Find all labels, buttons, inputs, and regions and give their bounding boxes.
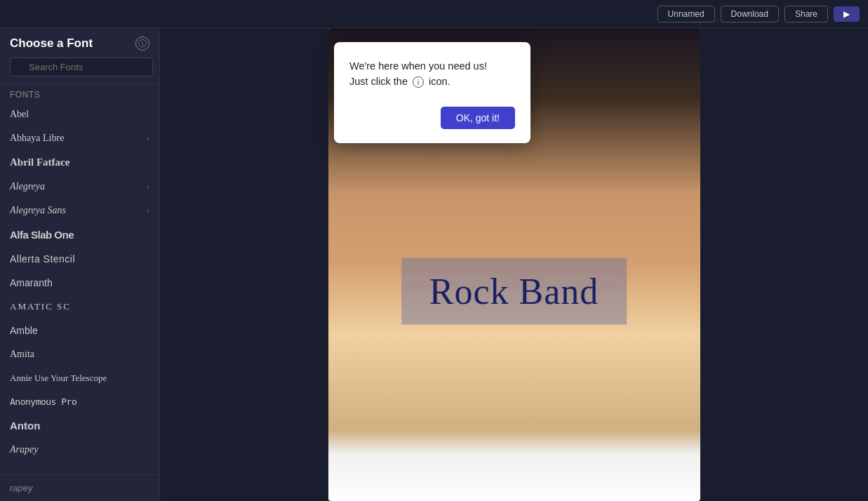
font-name-label: Amita xyxy=(10,349,34,360)
font-name-label: Anton xyxy=(10,420,40,432)
search-wrapper: 🔍 xyxy=(10,58,153,76)
font-name-label: Arapey xyxy=(10,444,38,455)
font-name-label: Annie Use Your Telescope xyxy=(10,373,107,384)
search-input[interactable] xyxy=(10,58,153,76)
share-button[interactable]: Share xyxy=(784,6,828,22)
font-name-label: Alfa Slab One xyxy=(10,229,74,241)
font-name-label: Abhaya Libre xyxy=(10,133,64,144)
tooltip-popover: We're here when you need us! Just click … xyxy=(334,42,530,143)
font-list-item[interactable]: Anonymous Pro xyxy=(0,390,159,413)
tooltip-ok-button[interactable]: OK, got it! xyxy=(441,107,515,129)
primary-action-button[interactable]: ▶ xyxy=(834,6,860,22)
text-overlay[interactable]: Rock Band xyxy=(401,258,627,325)
font-list-item[interactable]: Alfa Slab One xyxy=(0,222,159,247)
bottom-hint-text: rapey xyxy=(10,483,33,493)
main-layout: Choose a Font ⓘ 🔍 ☆ + Fonts AbelAbhaya L… xyxy=(0,28,868,501)
font-name-label: Allerta Stencil xyxy=(10,253,75,265)
font-name-label: Amble xyxy=(10,325,38,336)
font-name-label: Anonymous Pro xyxy=(10,396,76,407)
chevron-icon: › xyxy=(147,206,149,215)
font-name-label: Amaranth xyxy=(10,277,53,288)
font-list-item[interactable]: Anton xyxy=(0,413,159,438)
content-area: Rock Band We're here when you need us! J… xyxy=(160,28,868,501)
fonts-section-label: Fonts xyxy=(0,84,159,102)
font-name-label: Alegreya Sans xyxy=(10,205,66,216)
font-name-label: Abel xyxy=(10,109,29,120)
font-list: AbelAbhaya Libre›Abril FatfaceAlegreya›A… xyxy=(0,102,159,501)
font-list-item[interactable]: Abel xyxy=(0,102,159,126)
font-list-item[interactable]: Abril Fatface xyxy=(0,150,159,175)
download-button[interactable]: Download xyxy=(721,6,779,22)
font-list-item[interactable]: Arapey xyxy=(0,438,159,462)
top-bar: Unnamed Download Share ▶ xyxy=(0,0,868,28)
bottom-hint-bar: rapey xyxy=(0,474,160,501)
chevron-icon: › xyxy=(147,134,149,142)
font-list-item[interactable]: Amaranth xyxy=(0,271,159,295)
chevron-icon: › xyxy=(147,182,149,191)
font-list-item[interactable]: Alegreya Sans› xyxy=(0,199,159,222)
font-name-label: Amatic SC xyxy=(10,301,71,312)
font-name-label: Abril Fatface xyxy=(10,156,69,168)
tooltip-line1: We're here when you need us! xyxy=(349,60,487,72)
tooltip-info-icon: i xyxy=(413,76,424,88)
font-list-item[interactable]: Abhaya Libre› xyxy=(0,126,159,150)
font-list-item[interactable]: Alegreya› xyxy=(0,175,159,199)
search-row: 🔍 ☆ + xyxy=(10,58,149,76)
tooltip-line2: Just click the xyxy=(349,76,408,87)
font-list-item[interactable]: Allerta Stencil xyxy=(0,247,159,271)
font-list-item[interactable]: Amble xyxy=(0,319,159,342)
canvas-text: Rock Band xyxy=(429,272,599,312)
sidebar-title: Choose a Font xyxy=(10,36,93,51)
tooltip-message: We're here when you need us! Just click … xyxy=(349,59,515,90)
sidebar-header: Choose a Font ⓘ 🔍 ☆ + xyxy=(0,28,159,84)
tooltip-line2-suffix: icon. xyxy=(429,76,450,87)
font-name-label: Alegreya xyxy=(10,181,45,192)
font-list-item[interactable]: Amita xyxy=(0,342,159,366)
info-icon[interactable]: ⓘ xyxy=(135,36,149,51)
sidebar: Choose a Font ⓘ 🔍 ☆ + Fonts AbelAbhaya L… xyxy=(0,28,160,501)
font-list-item[interactable]: Annie Use Your Telescope xyxy=(0,366,159,390)
sidebar-title-row: Choose a Font ⓘ xyxy=(10,36,149,51)
unnamed-button[interactable]: Unnamed xyxy=(657,6,715,22)
font-list-item[interactable]: Amatic SC xyxy=(0,295,159,319)
